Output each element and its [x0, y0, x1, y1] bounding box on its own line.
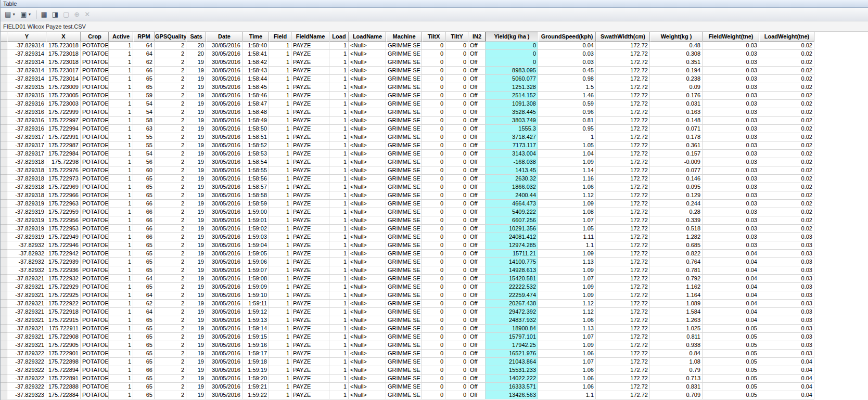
cell-active[interactable]: 1	[109, 92, 133, 100]
cell-x[interactable]: 175.722915	[46, 316, 81, 325]
cell-x[interactable]: 175.723009	[46, 83, 81, 92]
cell-yield[interactable]: 2400.44	[486, 191, 538, 200]
cell-loadweight[interactable]: 0.04	[759, 358, 814, 366]
cell-time[interactable]: 1:58:59	[242, 200, 269, 208]
cell-x[interactable]: 175.722918	[46, 308, 81, 316]
cell-sats[interactable]: 19	[186, 241, 206, 250]
cell-date[interactable]: 30/05/2016	[206, 50, 242, 58]
cell-tilty[interactable]: 0	[445, 391, 468, 399]
cell-tilty[interactable]: 0	[445, 283, 468, 291]
cell-active[interactable]: 1	[109, 125, 133, 133]
cell-in2[interactable]: Off	[468, 133, 486, 141]
cell-swathwidth[interactable]: 172.72	[596, 358, 650, 366]
cell-date[interactable]: 30/05/2016	[206, 42, 242, 50]
cell-yield[interactable]: 5409.222	[486, 208, 538, 216]
cell-crop[interactable]: POTATOE	[81, 250, 109, 258]
cell-y[interactable]: -37.829321	[7, 275, 46, 283]
cell-groundspeed[interactable]: 1.12	[538, 308, 596, 316]
cell-tiltx[interactable]: 0	[422, 216, 445, 225]
cell-rpm[interactable]: 66	[133, 67, 155, 75]
cell-active[interactable]: 1	[109, 300, 133, 308]
cell-swathwidth[interactable]: 172.72	[596, 166, 650, 175]
cell-in2[interactable]: Off	[468, 275, 486, 283]
cell-y[interactable]: -37.829316	[7, 100, 46, 108]
cell-time[interactable]: 1:59:18	[242, 358, 269, 366]
cell-tilty[interactable]: 0	[445, 350, 468, 358]
cell-gpsquality[interactable]: 2	[155, 191, 186, 200]
cell-in2[interactable]: Off	[468, 291, 486, 300]
cell-in2[interactable]: Off	[468, 333, 486, 341]
cell-weight[interactable]: 0.238	[650, 75, 703, 83]
cell-fieldname[interactable]: PAYZE	[291, 208, 329, 216]
cell-time[interactable]: 1:58:49	[242, 117, 269, 125]
cell-date[interactable]: 30/05/2016	[206, 83, 242, 92]
cell-weight[interactable]: 0.48	[650, 42, 703, 50]
cell-time[interactable]: 1:58:58	[242, 191, 269, 200]
cell-loadname[interactable]: <Null>	[349, 391, 386, 399]
cell-in2[interactable]: Off	[468, 175, 486, 183]
cell-fieldweight[interactable]: 0.04	[703, 308, 759, 316]
cell-load[interactable]: 1	[329, 158, 349, 166]
cell-date[interactable]: 30/05/2016	[206, 275, 242, 283]
cell-tilty[interactable]: 0	[445, 158, 468, 166]
cell-gpsquality[interactable]: 2	[155, 216, 186, 225]
cell-yield[interactable]: 15797.101	[486, 333, 538, 341]
cell-tiltx[interactable]: 0	[422, 375, 445, 383]
cell-yield[interactable]: 0	[486, 58, 538, 67]
cell-loadname[interactable]: <Null>	[349, 141, 386, 150]
column-header-date[interactable]: Date	[206, 32, 242, 42]
cell-fieldweight[interactable]: 0.03	[703, 125, 759, 133]
cell-time[interactable]: 1:59:09	[242, 283, 269, 291]
cell-rpm[interactable]: 66	[133, 233, 155, 241]
cell-field[interactable]: 1	[269, 350, 291, 358]
cell-in2[interactable]: Off	[468, 58, 486, 67]
cell-field[interactable]: 1	[269, 383, 291, 391]
cell-y[interactable]: -37.829318	[7, 166, 46, 175]
cell-weight[interactable]: 0.148	[650, 117, 703, 125]
cell-active[interactable]: 1	[109, 166, 133, 175]
cell-groundspeed[interactable]: 1.12	[538, 191, 596, 200]
cell-machine[interactable]: GRIMME SE	[386, 333, 422, 341]
cell-groundspeed[interactable]: 1	[538, 133, 596, 141]
cell-groundspeed[interactable]: 1.06	[538, 375, 596, 383]
cell-rpm[interactable]: 64	[133, 291, 155, 300]
cell-weight[interactable]: 0.822	[650, 250, 703, 258]
cell-x[interactable]: 175.722905	[46, 341, 81, 350]
cell-crop[interactable]: POTATOE	[81, 358, 109, 366]
cell-groundspeed[interactable]: 1.1	[538, 241, 596, 250]
cell-machine[interactable]: GRIMME SE	[386, 225, 422, 233]
cell-loadname[interactable]: <Null>	[349, 258, 386, 266]
cell-x[interactable]: 175.722894	[46, 366, 81, 375]
cell-yield[interactable]: 1413.45	[486, 166, 538, 175]
cell-in2[interactable]: Off	[468, 100, 486, 108]
cell-date[interactable]: 30/05/2016	[206, 241, 242, 250]
cell-fieldname[interactable]: PAYZE	[291, 383, 329, 391]
cell-fieldname[interactable]: PAYZE	[291, 391, 329, 399]
related-tables-button[interactable]: ▣▼	[18, 9, 33, 20]
cell-gpsquality[interactable]: 2	[155, 250, 186, 258]
cell-tiltx[interactable]: 0	[422, 208, 445, 216]
cell-time[interactable]: 1:58:45	[242, 83, 269, 92]
cell-yield[interactable]: 22222.532	[486, 283, 538, 291]
cell-yield[interactable]: 17942.25	[486, 341, 538, 350]
cell-time[interactable]: 1:58:48	[242, 108, 269, 117]
cell-yield[interactable]: 15420.581	[486, 275, 538, 283]
cell-time[interactable]: 1:58:46	[242, 92, 269, 100]
cell-groundspeed[interactable]: 1.09	[538, 291, 596, 300]
cell-groundspeed[interactable]: 0.98	[538, 75, 596, 83]
cell-load[interactable]: 1	[329, 150, 349, 158]
cell-loadname[interactable]: <Null>	[349, 291, 386, 300]
cell-crop[interactable]: POTATOE	[81, 325, 109, 333]
cell-yield[interactable]: 5060.077	[486, 75, 538, 83]
cell-machine[interactable]: GRIMME SE	[386, 325, 422, 333]
cell-y[interactable]: -37.829316	[7, 108, 46, 117]
cell-in2[interactable]: Off	[468, 325, 486, 333]
cell-loadweight[interactable]: 0.02	[759, 225, 814, 233]
cell-sats[interactable]: 19	[186, 183, 206, 191]
cell-gpsquality[interactable]: 2	[155, 266, 186, 275]
cell-load[interactable]: 1	[329, 258, 349, 266]
cell-crop[interactable]: POTATOE	[81, 42, 109, 50]
cell-tilty[interactable]: 0	[445, 341, 468, 350]
cell-x[interactable]: 175.722898	[46, 358, 81, 366]
cell-tilty[interactable]: 0	[445, 275, 468, 283]
